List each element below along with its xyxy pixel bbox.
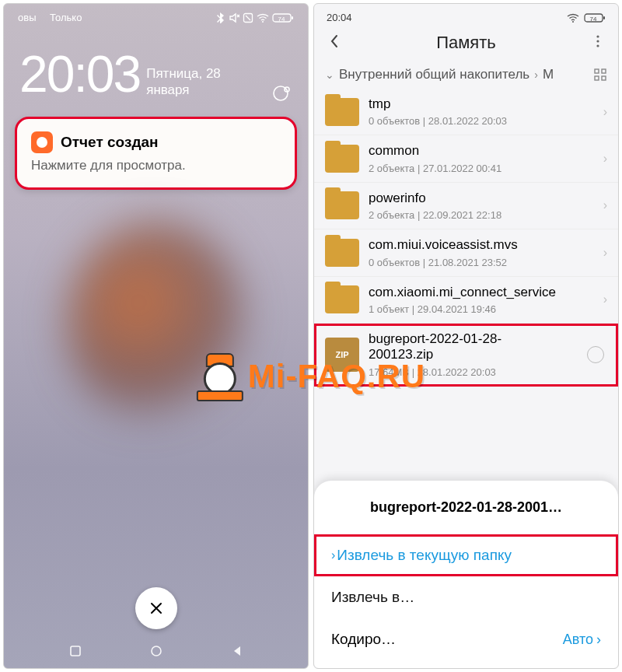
file-name: common <box>369 143 585 159</box>
breadcrumb-text: Внутренний общий накопитель <box>339 67 529 82</box>
svg-rect-18 <box>602 76 606 80</box>
notification-card[interactable]: Отчет создан Нажмите для просмотра. <box>15 117 297 190</box>
file-meta: 0 объектов | 21.08.2021 23:52 <box>369 257 585 268</box>
file-row-zip[interactable]: ZIPbugreport-2022-01-28-200123.zip17.64M… <box>314 324 618 387</box>
chevron-right-icon: › <box>603 152 607 166</box>
sim-off-icon <box>243 12 253 23</box>
wifi-icon <box>567 13 579 23</box>
file-meta: 2 объекта | 22.09.2021 22:18 <box>369 209 585 221</box>
folder-row[interactable]: powerinfo2 объекта | 22.09.2021 22:18› <box>314 183 618 229</box>
battery-level: 74 <box>278 15 285 22</box>
nav-back-icon[interactable] <box>232 645 243 657</box>
svg-rect-15 <box>595 69 599 73</box>
svg-rect-6 <box>71 646 80 656</box>
row-info: tmp0 объектов | 28.01.2022 20:03 <box>369 96 607 127</box>
file-name: powerinfo <box>369 191 585 206</box>
svg-point-12 <box>596 35 599 37</box>
chevron-down-icon: ⌄ <box>325 68 334 81</box>
folder-row[interactable]: tmp0 объектов | 28.01.2022 20:03› <box>314 89 618 135</box>
svg-rect-16 <box>602 69 606 73</box>
svg-rect-17 <box>595 76 599 80</box>
status-right: 74 <box>567 12 606 23</box>
close-icon <box>149 601 163 615</box>
file-list: tmp0 объектов | 28.01.2022 20:03›common2… <box>314 89 618 481</box>
more-button[interactable] <box>585 34 610 51</box>
svg-point-8 <box>572 21 574 23</box>
extract-here-label: Извлечь в текущую папку <box>337 547 512 564</box>
clock-row: 20:03 Пятница, 28 января <box>4 26 308 100</box>
battery-icon: 74 <box>272 12 294 23</box>
wallpaper-blob <box>67 222 246 424</box>
folder-icon <box>325 239 359 267</box>
chevron-right-icon: › <box>603 198 607 212</box>
row-info: com.xiaomi.mi_connect_service1 объект | … <box>369 285 607 315</box>
chevron-right-icon: › <box>331 548 335 562</box>
lockscreen-phone: овы Только 74 20:03 Пятница, 28 января <box>3 3 309 669</box>
extract-here-item[interactable]: › Извлечь в текущую папку <box>314 534 618 576</box>
status-right: 74 <box>216 12 294 23</box>
svg-point-13 <box>596 40 599 42</box>
folder-row[interactable]: com.xiaomi.mi_connect_service1 объект | … <box>314 277 618 324</box>
nav-bar <box>4 640 308 662</box>
mute-icon <box>229 12 239 23</box>
file-meta: 17.64MB | 28.01.2022 20:03 <box>369 366 556 378</box>
encoding-item[interactable]: Кодиро… Авто › <box>314 618 618 660</box>
chevron-right-icon: › <box>534 68 538 81</box>
extract-to-item[interactable]: Извлечь в… <box>314 576 618 618</box>
svg-rect-10 <box>603 16 605 19</box>
status-time: 20:04 <box>327 12 352 23</box>
svg-point-14 <box>596 44 599 47</box>
nav-recent-icon[interactable] <box>69 645 82 657</box>
wifi-icon <box>257 13 269 23</box>
notification-title: Отчет создан <box>61 134 159 151</box>
folder-icon <box>325 285 359 313</box>
assistant-icon[interactable] <box>271 82 292 104</box>
folder-icon <box>325 145 359 173</box>
dismiss-button[interactable] <box>135 587 177 629</box>
file-name: tmp <box>369 96 585 112</box>
file-manager-phone: 20:04 74 Память ⌄ Внутренний общий накоп… <box>313 3 619 669</box>
nav-home-icon[interactable] <box>150 645 162 657</box>
folder-row[interactable]: com.miui.voiceassist.mvs0 объектов | 21.… <box>314 229 618 276</box>
extract-to-label: Извлечь в… <box>331 589 414 606</box>
row-info: powerinfo2 объекта | 22.09.2021 22:18 <box>369 191 607 221</box>
folder-icon <box>325 98 359 126</box>
select-checkbox[interactable] <box>587 346 604 363</box>
svg-rect-3 <box>292 16 293 19</box>
file-meta: 1 объект | 29.04.2021 19:46 <box>369 303 585 315</box>
row-info: common2 объекта | 27.01.2022 00:41 <box>369 143 607 173</box>
battery-icon: 74 <box>584 12 606 23</box>
notification-body: Нажмите для просмотра. <box>31 158 281 173</box>
clock-date: Пятница, 28 января <box>146 65 232 100</box>
bluetooth-icon <box>216 12 225 23</box>
row-info: bugreport-2022-01-28-200123.zip17.64MB |… <box>369 331 578 378</box>
status-bar: 20:04 74 <box>314 4 618 28</box>
back-button[interactable] <box>322 34 347 52</box>
file-name: com.miui.voiceassist.mvs <box>369 237 585 253</box>
extract-bottom-sheet: bugreport-2022-01-28-2001… › Извлечь в т… <box>314 481 618 668</box>
sheet-title: bugreport-2022-01-28-2001… <box>314 496 618 534</box>
carrier-label-2: Только <box>50 12 82 23</box>
file-meta: 0 объектов | 28.01.2022 20:03 <box>369 115 585 127</box>
breadcrumb-bar[interactable]: ⌄ Внутренний общий накопитель › M <box>314 62 618 89</box>
svg-text:74: 74 <box>590 15 597 22</box>
clock-time: 20:03 <box>19 48 140 100</box>
status-left: овы Только <box>18 12 93 23</box>
svg-point-7 <box>152 646 161 656</box>
file-meta: 2 объекта | 27.01.2022 00:41 <box>369 163 585 174</box>
status-bar: овы Только 74 <box>4 4 308 26</box>
chevron-right-icon: › <box>603 292 607 306</box>
svg-point-1 <box>262 21 264 23</box>
row-info: com.miui.voiceassist.mvs0 объектов | 21.… <box>369 237 607 268</box>
bugreport-app-icon <box>31 131 53 153</box>
header-title: Память <box>347 33 585 53</box>
chevron-right-icon: › <box>603 105 607 119</box>
app-header: Память <box>314 28 618 62</box>
encoding-value: Авто <box>563 632 593 648</box>
carrier-label-1: овы <box>18 12 36 23</box>
chevron-right-icon: › <box>596 632 601 648</box>
view-mode-icon[interactable] <box>593 68 607 82</box>
file-name: bugreport-2022-01-28-200123.zip <box>369 331 556 363</box>
breadcrumb-trunc: M <box>543 67 554 82</box>
folder-row[interactable]: common2 объекта | 27.01.2022 00:41› <box>314 135 618 182</box>
